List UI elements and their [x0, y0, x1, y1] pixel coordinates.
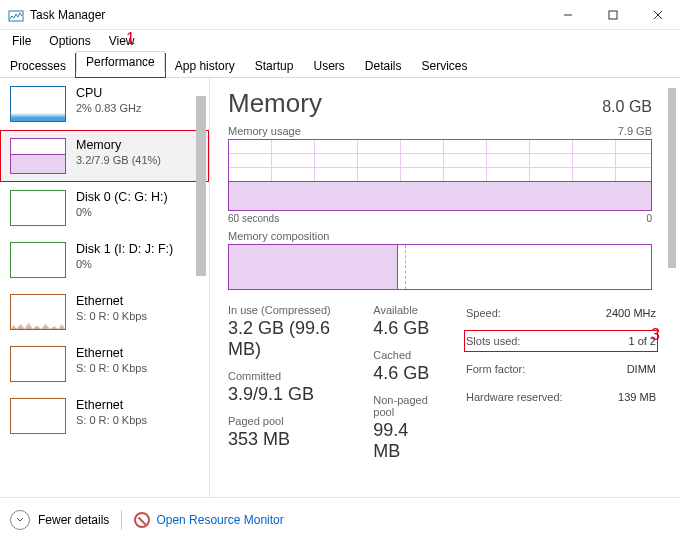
tab-app-history[interactable]: App history: [165, 55, 245, 78]
tab-processes[interactable]: Processes: [0, 55, 76, 78]
chart-fill: [229, 181, 651, 210]
tab-performance-highlight: Performance: [76, 54, 165, 77]
sidebar-item-label: Ethernet: [76, 294, 147, 308]
sidebar-item-sub: S: 0 R: 0 Kbps: [76, 362, 147, 374]
speed-value: 2400 MHz: [606, 304, 656, 322]
annotation-3: 3: [651, 326, 660, 344]
minimize-button[interactable]: [545, 0, 590, 29]
tab-services[interactable]: Services: [412, 55, 478, 78]
tab-details[interactable]: Details: [355, 55, 412, 78]
form-key: Form factor:: [466, 360, 525, 378]
sidebar-item-cpu[interactable]: CPU 2% 0.83 GHz: [0, 78, 209, 130]
resource-monitor-icon: [134, 512, 150, 528]
fewer-details-link[interactable]: Fewer details: [38, 513, 109, 527]
form-value: DIMM: [627, 360, 656, 378]
sidebar-item-label: Ethernet: [76, 346, 147, 360]
usage-max: 7.9 GB: [618, 125, 652, 137]
sidebar-item-label: Disk 1 (I: D: J: F:): [76, 242, 173, 256]
sidebar-item-disk0[interactable]: Disk 0 (C: G: H:) 0%: [0, 182, 209, 234]
menu-file[interactable]: File: [4, 32, 39, 50]
ethernet-sparkline: [10, 398, 66, 434]
nonpaged-label: Non-paged pool: [373, 394, 440, 418]
close-button[interactable]: [635, 0, 680, 29]
nonpaged-value: 99.4 MB: [373, 420, 440, 462]
main-scrollbar[interactable]: [666, 88, 678, 487]
paged-label: Paged pool: [228, 415, 347, 427]
hw-value: 139 MB: [618, 388, 656, 406]
hw-key: Hardware reserved:: [466, 388, 563, 406]
speed-key: Speed:: [466, 304, 501, 322]
available-label: Available: [373, 304, 440, 316]
tab-users[interactable]: Users: [303, 55, 354, 78]
sidebar-item-disk1[interactable]: Disk 1 (I: D: J: F:) 0%: [0, 234, 209, 286]
disk-sparkline: [10, 242, 66, 278]
memory-composition-chart: [228, 244, 652, 290]
svg-rect-0: [9, 11, 23, 21]
sidebar-item-sub: 3.2/7.9 GB (41%): [76, 154, 161, 166]
committed-label: Committed: [228, 370, 347, 382]
cached-label: Cached: [373, 349, 440, 361]
sidebar-item-ethernet-2[interactable]: Ethernet S: 0 R: 0 Kbps: [0, 338, 209, 390]
content: CPU 2% 0.83 GHz Memory 3.2/7.9 GB (41%) …: [0, 78, 680, 498]
scrollbar-thumb[interactable]: [196, 96, 206, 276]
tab-startup[interactable]: Startup: [245, 55, 304, 78]
main-panel: Memory 8.0 GB Memory usage 7.9 GB 60 sec…: [210, 78, 680, 497]
sidebar-item-sub: 2% 0.83 GHz: [76, 102, 141, 114]
tab-performance[interactable]: Performance: [76, 51, 165, 71]
inuse-value: 3.2 GB (99.6 MB): [228, 318, 347, 360]
sidebar-item-label: Ethernet: [76, 398, 147, 412]
footer: Fewer details Open Resource Monitor: [0, 498, 680, 542]
committed-value: 3.9/9.1 GB: [228, 384, 347, 405]
available-value: 4.6 GB: [373, 318, 440, 339]
disk-sparkline: [10, 190, 66, 226]
sidebar: CPU 2% 0.83 GHz Memory 3.2/7.9 GB (41%) …: [0, 78, 210, 497]
svg-rect-2: [609, 11, 617, 19]
axis-left: 60 seconds: [228, 213, 279, 224]
cpu-sparkline: [10, 86, 66, 122]
maximize-button[interactable]: [590, 0, 635, 29]
resource-monitor-label: Open Resource Monitor: [156, 513, 283, 527]
menubar: File Options View 1: [0, 30, 680, 52]
window-title: Task Manager: [30, 8, 545, 22]
tabs: Processes Performance App history Startu…: [0, 54, 680, 78]
memory-total: 8.0 GB: [602, 98, 652, 116]
sidebar-item-ethernet-3[interactable]: Ethernet S: 0 R: 0 Kbps: [0, 390, 209, 442]
sidebar-item-label: Memory: [76, 138, 161, 152]
scrollbar-thumb[interactable]: [668, 88, 676, 268]
chevron-down-icon[interactable]: [10, 510, 30, 530]
memory-sparkline: [10, 138, 66, 174]
ethernet-sparkline: [10, 294, 66, 330]
inuse-label: In use (Compressed): [228, 304, 347, 316]
usage-label: Memory usage: [228, 125, 301, 137]
menu-options[interactable]: Options: [41, 32, 98, 50]
comp-seg-modified: [398, 245, 406, 289]
annotation-1: 1: [126, 30, 135, 48]
sidebar-item-label: CPU: [76, 86, 141, 100]
menu-view[interactable]: View: [101, 32, 143, 50]
sidebar-item-sub: S: 0 R: 0 Kbps: [76, 310, 147, 322]
sidebar-item-sub: S: 0 R: 0 Kbps: [76, 414, 147, 426]
axis-right: 0: [646, 213, 652, 224]
sidebar-scrollbar[interactable]: [193, 84, 209, 491]
comp-seg-inuse: [229, 245, 398, 289]
app-icon: [8, 7, 24, 23]
composition-label: Memory composition: [228, 230, 329, 242]
sidebar-item-label: Disk 0 (C: G: H:): [76, 190, 168, 204]
sidebar-item-sub: 0%: [76, 206, 168, 218]
sidebar-item-memory[interactable]: Memory 3.2/7.9 GB (41%) 2: [0, 130, 209, 182]
sidebar-item-sub: 0%: [76, 258, 173, 270]
ethernet-sparkline: [10, 346, 66, 382]
slots-row-highlight: Slots used:1 of 2: [466, 332, 656, 350]
slots-key: Slots used:: [466, 332, 520, 350]
stats-grid: In use (Compressed) 3.2 GB (99.6 MB) Com…: [228, 304, 666, 462]
cached-value: 4.6 GB: [373, 363, 440, 384]
memory-usage-chart: [228, 139, 652, 211]
page-title: Memory: [228, 88, 322, 119]
divider: [121, 510, 122, 530]
titlebar: Task Manager: [0, 0, 680, 30]
sidebar-item-ethernet-1[interactable]: Ethernet S: 0 R: 0 Kbps: [0, 286, 209, 338]
paged-value: 353 MB: [228, 429, 347, 450]
open-resource-monitor-link[interactable]: Open Resource Monitor: [134, 512, 283, 528]
